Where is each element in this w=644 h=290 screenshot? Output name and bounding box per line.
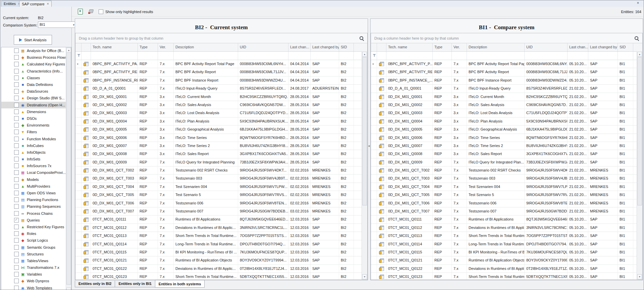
tab-sap-compare[interactable]: SAP compare ×: [19, 1, 52, 7]
table-row[interactable]: 0D_DX_M01_QCT_T002REP7.xTestszenario 002…: [371, 166, 637, 175]
scroll-thumb[interactable]: [362, 57, 367, 205]
filter-cell-description[interactable]: [174, 52, 238, 60]
checkbox[interactable]: [14, 170, 19, 175]
sidebar-item-multiproviders[interactable]: ▲MultiProviders: [1, 183, 71, 190]
checkbox[interactable]: [14, 96, 19, 100]
table-row[interactable]: 0D_DX_M01_Q0001REP3.xITeLO: Current Mont…: [75, 93, 362, 101]
search-icon[interactable]: [359, 36, 364, 41]
checkbox[interactable]: [14, 150, 19, 155]
filter-cell[interactable]: [82, 52, 91, 60]
sidebar-item-environments[interactable]: ◆Environments: [1, 122, 71, 129]
table-row[interactable]: 0D_DX_M01_QCT_T003REP7.xTestszenaio 0039…: [75, 175, 362, 183]
sidebar-item-queries[interactable]: ▦Queries: [1, 217, 71, 224]
scroll-down-icon[interactable]: [637, 274, 642, 279]
scroll-up-icon[interactable]: [637, 52, 642, 57]
filter-cell[interactable]: [377, 52, 386, 60]
checkbox[interactable]: [14, 231, 19, 236]
table-row[interactable]: 0BPC_BPF_ACTIVITY_REPREP7.xBPC BPF Activ…: [371, 68, 637, 76]
highlight-differences-icon[interactable]: [88, 9, 94, 14]
checkbox[interactable]: [14, 109, 19, 114]
tab-entities-in-both-systems[interactable]: Entities in both systems: [155, 280, 205, 288]
filter-cell-description[interactable]: [467, 52, 525, 60]
sidebar-item-tables-views[interactable]: ▦Tables/Views: [1, 257, 71, 264]
table-row[interactable]: 0D_DX_M01_Q0004REP3.xITeLO: Plan Analysi…: [371, 117, 637, 126]
column-header-last-changed-by[interactable]: Last changed by: [588, 43, 618, 51]
sidebar-item-design-studio[interactable]: ●Design Studio (BW S...: [1, 95, 71, 101]
checkbox[interactable]: [14, 163, 19, 168]
checkbox[interactable]: [14, 82, 19, 87]
column-header-version[interactable]: Ver.: [158, 43, 174, 51]
table-row[interactable]: 0D_D_A_01_Q0001REP7.xITeLO Input-Ready Q…: [75, 85, 362, 93]
table-row[interactable]: 0D_DX_M01_QCT_T005REP7.xTest Szenario 59…: [75, 191, 362, 199]
table-row[interactable]: 0D_DX_M01_Q0005REP3.xITeLO: Geographical…: [75, 126, 362, 134]
table-row[interactable]: 0TCT_MC01_Q0111REP7.xRuntimes of BI Appl…: [371, 215, 637, 224]
sidebar-item-open-ods-views[interactable]: ▦Open ODS Views: [1, 190, 71, 196]
table-row[interactable]: 0TCT_MC01_Q0115REP7.xBI KPI Monitoring -…: [371, 248, 637, 256]
table-row[interactable]: 0D_DX_M01_QCT_T006REP7.xTestszenario 006…: [75, 199, 362, 207]
table-row[interactable]: 0D_DX_M01_QCT_T007REP7.xTestszenario 007…: [371, 207, 637, 215]
checkbox[interactable]: [14, 69, 19, 74]
tab-entities-only-bi2[interactable]: Entities only in BI2: [75, 281, 115, 287]
row-focus-icon[interactable]: [373, 60, 375, 68]
search-icon[interactable]: [634, 36, 639, 41]
comparison-system-select[interactable]: BI1: [38, 21, 75, 28]
checkbox[interactable]: [14, 252, 19, 256]
table-row[interactable]: 0TCT_MC01_Q0113REP7.xShort-Term Trends i…: [371, 232, 637, 240]
scroll-down-icon[interactable]: [362, 274, 367, 279]
table-row[interactable]: 0TCT_MC01_Q0111REP7.xRuntimes of BI Appl…: [75, 215, 362, 224]
checkbox[interactable]: [14, 48, 19, 53]
filter-cell-last-changed-by[interactable]: [311, 52, 339, 60]
sidebar-item-data-definitions[interactable]: ■Data Definitions: [1, 81, 71, 88]
table-row[interactable]: 0D_DX_M01_Q0003REP3.xITeLO: Lost Deals A…: [75, 109, 362, 117]
row-focus-icon[interactable]: [77, 60, 79, 68]
sidebar-item-web-dynpros[interactable]: ◆Web Dynpros: [1, 278, 71, 284]
table-row[interactable]: 0TCT_MC01_Q0115REP7.xBI KPI Monitoring -…: [75, 248, 362, 256]
table-row[interactable]: 0TCT_MC01_Q0113REP7.xShort-Term Trends i…: [75, 232, 362, 240]
sidebar-item-script-logics[interactable]: ◆Script Logics: [1, 237, 71, 244]
filter-cell-uid[interactable]: [238, 52, 288, 60]
table-row[interactable]: 0D_DX_M01_Q0008REP3.xITeLO: Sales Report…: [371, 150, 637, 158]
checkbox[interactable]: [14, 137, 19, 141]
sidebar-item-function-modules[interactable]: ●Function Modules: [1, 135, 71, 142]
filter-cell-sid[interactable]: [339, 52, 354, 60]
sidebar-item-dsos[interactable]: ■DSOs: [1, 115, 71, 122]
checkbox[interactable]: [14, 279, 19, 283]
table-row[interactable]: 0D_DX_M01_Q0002REP3.xITeLO: Sales Analys…: [75, 101, 362, 109]
column-header-type[interactable]: Type: [433, 43, 452, 51]
checkbox[interactable]: [14, 258, 19, 263]
table-row[interactable]: 0TCT_MC01_Q0112REP7.xDeviations in Runti…: [371, 224, 637, 232]
sidebar-item-infoobjects[interactable]: ▲InfoObjects: [1, 149, 71, 156]
scroll-up-icon[interactable]: [362, 52, 367, 57]
table-row[interactable]: 0D_D_A_01_Q0001REP7.xITeLO Input-Ready Q…: [371, 85, 637, 93]
sidebar-item-restricted-key-figures[interactable]: ▲Restricted Key Figures: [1, 224, 71, 230]
column-header-sid[interactable]: SID: [339, 43, 354, 51]
group-by-bar[interactable]: Drag a column header here to group by th…: [75, 33, 367, 43]
filter-cell-type[interactable]: [433, 52, 452, 60]
checkbox[interactable]: [14, 62, 19, 66]
filter-cell-last-changed-by[interactable]: [588, 52, 618, 60]
table-row[interactable]: 0D_DX_M01_Q0007REP3.xITeLO: Time Series …: [75, 142, 362, 150]
sidebar-item-calculated-key-figures[interactable]: ▲Calculated Key Figures: [1, 61, 71, 67]
sidebar-item-characteristics[interactable]: ▲Characteristics (Info...: [1, 68, 71, 75]
sidebar-item-planning-functions[interactable]: ▤Planning Functions: [1, 196, 71, 203]
checkbox[interactable]: [14, 76, 19, 80]
table-row[interactable]: 0TCT_MC01_Q0114REP7.xLong-Term Trends in…: [371, 240, 637, 248]
table-row[interactable]: 0TCT_MC01_Q0114REP7.xLong-Term Trends in…: [75, 240, 362, 248]
show-only-highlighted-checkbox[interactable]: [99, 9, 103, 14]
table-row[interactable]: 0D_DX_M01_Q0006REP3.xITeLO: Time Series8…: [371, 134, 637, 142]
table-row[interactable]: 0BPC_BPF_ACTIVITY_P...REP7.xBPC BPF Acti…: [371, 60, 637, 68]
table-row[interactable]: 0TCT_MC01_Q0121REP7.xRuntimes of BI Appl…: [371, 256, 637, 264]
table-row[interactable]: 0D_DX_M01_Q0006REP3.xITeLO: Time Series8…: [75, 134, 362, 142]
start-analysis-button[interactable]: Start Analysis: [14, 35, 52, 45]
table-row[interactable]: 0BPC_BPF_ACTIVITY_REPREP7.xBPC BPF Activ…: [75, 68, 362, 76]
checkbox[interactable]: [14, 211, 19, 216]
filter-cell-uid[interactable]: [525, 52, 568, 60]
column-header-uid[interactable]: UID: [238, 43, 288, 51]
tab-entities-only-bi1[interactable]: Entities only in BI1: [115, 281, 155, 287]
table-row[interactable]: 0D_DX_M01_QCT_T005REP7.xTest Szenario 59…: [371, 191, 637, 199]
column-header-tech-name[interactable]: Tech. name: [91, 43, 138, 51]
checkbox[interactable]: [14, 116, 19, 121]
export-excel-icon[interactable]: [78, 9, 83, 14]
checkbox[interactable]: [14, 265, 19, 270]
column-header-tech-name[interactable]: Tech. name: [386, 43, 433, 51]
